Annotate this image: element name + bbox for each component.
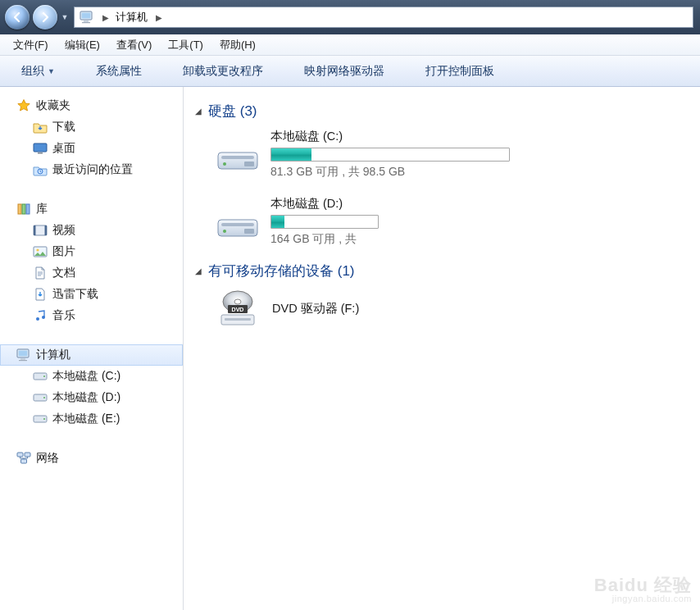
drive-c-usage-fill <box>271 148 311 161</box>
sidebar-downloads[interactable]: 下载 <box>0 116 183 138</box>
sidebar-documents-label: 文档 <box>52 266 75 280</box>
star-icon <box>16 98 31 113</box>
svg-rect-20 <box>19 360 27 361</box>
svg-rect-1 <box>82 13 91 19</box>
sidebar-desktop[interactable]: 桌面 <box>0 138 183 159</box>
svg-point-15 <box>36 317 39 321</box>
group-header-removable[interactable]: ◢ 有可移动存储的设备 (1) <box>195 262 700 280</box>
sidebar-drive-d-label: 本地磁盘 (D:) <box>52 390 120 405</box>
sidebar-drive-e[interactable]: 本地磁盘 (E:) <box>0 408 183 430</box>
hard-drive-large-icon <box>215 136 261 172</box>
arrow-right-icon <box>39 11 52 24</box>
hard-drive-icon <box>33 412 48 426</box>
group-header-hard-disks[interactable]: ◢ 硬盘 (3) <box>195 102 700 121</box>
sidebar-xunlei-label: 迅雷下载 <box>52 287 98 302</box>
sidebar-xunlei[interactable]: 迅雷下载 <box>0 284 183 305</box>
breadcrumb-computer[interactable]: 计算机 <box>111 7 152 27</box>
hard-disk-items: 本地磁盘 (C:) 81.3 GB 可用 , 共 98.5 GB 本地磁盘 (D… <box>195 129 700 247</box>
sidebar-pictures-label: 图片 <box>52 244 75 259</box>
svg-rect-19 <box>20 358 25 360</box>
sidebar-computer[interactable]: 计算机 <box>0 344 183 366</box>
breadcrumb-root-chevron[interactable]: ▶ <box>99 7 111 27</box>
svg-rect-4 <box>34 143 47 152</box>
svg-point-36 <box>223 230 226 233</box>
drive-c-name: 本地磁盘 (C:) <box>270 129 510 144</box>
content-pane: ◢ 硬盘 (3) 本地磁盘 (C:) 81.3 GB 可用 , 共 98.5 G… <box>184 87 700 610</box>
organize-label: 组织 <box>21 64 44 79</box>
sidebar-libraries[interactable]: 库 <box>0 198 183 220</box>
drive-d-usage-fill <box>271 216 284 228</box>
sidebar-music[interactable]: 音乐 <box>0 305 183 326</box>
forward-button[interactable] <box>33 5 57 30</box>
svg-point-26 <box>43 418 45 420</box>
navigation-pane: 收藏夹 下载 桌面 最近访问的位置 库 视频 <box>0 87 184 610</box>
computer-icon <box>78 10 96 25</box>
hard-drive-icon <box>33 390 48 405</box>
map-network-drive-button[interactable]: 映射网络驱动器 <box>291 61 398 82</box>
menu-help[interactable]: 帮助(H) <box>211 36 264 54</box>
svg-rect-28 <box>25 453 30 457</box>
dvd-drive[interactable]: DVD DVD 驱动器 (F:) <box>195 289 700 328</box>
open-control-panel-button[interactable]: 打开控制面板 <box>412 61 507 82</box>
navigation-bar: ▼ ▶ 计算机 ▶ <box>0 0 700 34</box>
svg-text:DVD: DVD <box>232 307 244 312</box>
drive-d-name: 本地磁盘 (D:) <box>270 196 379 212</box>
group-removable-title: 有可移动存储的设备 (1) <box>208 262 355 280</box>
drive-d[interactable]: 本地磁盘 (D:) 164 GB 可用 , 共 <box>215 196 379 247</box>
system-properties-button[interactable]: 系统属性 <box>83 61 155 82</box>
back-button[interactable] <box>5 5 30 30</box>
svg-rect-27 <box>17 453 23 457</box>
sidebar-drive-c-label: 本地磁盘 (C:) <box>52 369 120 384</box>
sidebar-videos[interactable]: 视频 <box>0 220 183 241</box>
svg-rect-37 <box>244 229 254 234</box>
menu-file[interactable]: 文件(F) <box>5 36 57 54</box>
menu-edit[interactable]: 编辑(E) <box>57 36 108 54</box>
arrow-left-icon <box>11 11 24 24</box>
breadcrumb-chevron[interactable]: ▶ <box>152 7 164 27</box>
sidebar-drive-d[interactable]: 本地磁盘 (D:) <box>0 387 183 408</box>
svg-rect-43 <box>225 318 251 321</box>
svg-rect-9 <box>26 204 30 214</box>
computer-icon <box>16 348 31 362</box>
collapse-triangle-icon: ◢ <box>195 266 202 275</box>
menu-bar: 文件(F) 编辑(E) 查看(V) 工具(T) 帮助(H) <box>0 34 700 56</box>
pictures-icon <box>33 244 48 259</box>
drive-c[interactable]: 本地磁盘 (C:) 81.3 GB 可用 , 共 98.5 GB <box>215 129 510 180</box>
dvd-drive-name: DVD 驱动器 (F:) <box>272 301 359 316</box>
svg-rect-35 <box>221 223 254 226</box>
menu-tools[interactable]: 工具(T) <box>160 36 211 54</box>
sidebar-desktop-label: 桌面 <box>52 141 75 156</box>
svg-rect-2 <box>84 20 89 22</box>
svg-rect-33 <box>244 162 254 166</box>
address-bar[interactable]: ▶ 计算机 ▶ <box>74 7 693 28</box>
sidebar-favorites-label: 收藏夹 <box>36 98 70 113</box>
network-icon <box>16 451 31 466</box>
svg-rect-5 <box>38 152 43 154</box>
history-dropdown[interactable]: ▼ <box>59 5 70 30</box>
watermark-url: jingyan.baidu.com <box>594 594 692 603</box>
desktop-icon <box>33 141 48 156</box>
libraries-icon <box>16 202 31 216</box>
svg-rect-11 <box>34 225 36 235</box>
uninstall-programs-button[interactable]: 卸载或更改程序 <box>170 61 276 82</box>
organize-button[interactable]: 组织 ▼ <box>8 61 68 82</box>
svg-rect-3 <box>82 22 90 23</box>
sidebar-network-label: 网络 <box>36 451 59 466</box>
dropdown-caret-icon: ▼ <box>48 67 55 75</box>
documents-icon <box>33 266 48 280</box>
svg-point-32 <box>223 162 226 166</box>
sidebar-drive-e-label: 本地磁盘 (E:) <box>52 412 120 426</box>
xunlei-icon <box>33 287 48 302</box>
sidebar-favorites[interactable]: 收藏夹 <box>0 95 183 116</box>
sidebar-network[interactable]: 网络 <box>0 448 183 469</box>
svg-rect-8 <box>22 204 25 214</box>
drive-c-info: 81.3 GB 可用 , 共 98.5 GB <box>270 165 510 180</box>
sidebar-pictures[interactable]: 图片 <box>0 241 183 262</box>
sidebar-documents[interactable]: 文档 <box>0 262 183 284</box>
music-icon <box>33 308 48 323</box>
sidebar-drive-c[interactable]: 本地磁盘 (C:) <box>0 366 183 387</box>
sidebar-recent[interactable]: 最近访问的位置 <box>0 159 183 180</box>
drive-d-usage-bar <box>270 215 379 229</box>
videos-icon <box>33 223 48 238</box>
menu-view[interactable]: 查看(V) <box>108 36 160 54</box>
